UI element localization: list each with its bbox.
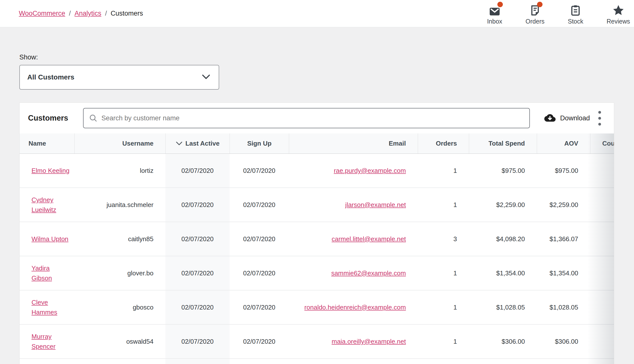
orders-cell: 1 <box>418 290 469 324</box>
download-button[interactable]: Download <box>544 114 590 122</box>
cloud-download-icon <box>544 114 556 122</box>
column-header-total-spend[interactable]: Total Spend <box>469 134 537 154</box>
activity-tab-label: Inbox <box>487 18 502 25</box>
last-active-cell: 02/07/2020 <box>165 325 230 358</box>
customer-email-link[interactable]: rae.purdy@example.com <box>334 166 406 176</box>
total-spend-cell: $4,098.20 <box>469 222 537 256</box>
last-active-cell: 02/07/2020 <box>165 154 230 188</box>
customer-email-link[interactable]: jlarson@example.net <box>345 200 406 210</box>
country-cell <box>590 154 614 188</box>
aov-cell: $306.00 <box>537 325 590 358</box>
column-header-name[interactable]: Name <box>20 134 74 154</box>
last-active-cell: 02/07/2020 <box>165 222 230 256</box>
dropdown-selected-value: All Customers <box>27 73 74 81</box>
sort-descending-icon <box>176 142 182 146</box>
last-active-cell: 02/07/2020 <box>165 290 230 324</box>
unread-badge <box>497 2 503 7</box>
customer-search-box[interactable] <box>83 108 530 128</box>
reviews-star-icon <box>612 4 624 16</box>
kebab-menu-button[interactable] <box>596 108 603 128</box>
column-header-country[interactable]: Country <box>590 134 614 154</box>
activity-tab-label: Reviews <box>607 18 630 25</box>
orders-cell: 1 <box>418 256 469 290</box>
activity-tab-stock[interactable]: Stock <box>568 4 583 25</box>
orders-cell: 1 <box>418 154 469 188</box>
aov-cell: $2,259.00 <box>537 188 590 222</box>
total-spend-cell: $2,259.00 <box>469 188 537 222</box>
breadcrumb: WooCommerce / Analytics / Customers <box>19 10 143 17</box>
customer-email-link[interactable]: ronaldo.heidenreich@example.com <box>304 302 406 312</box>
column-header-last-active[interactable]: Last Active <box>165 134 230 154</box>
sign-up-cell: 02/07/2020 <box>230 222 289 256</box>
activity-tab-reviews[interactable]: Reviews <box>607 4 630 25</box>
activity-tab-inbox[interactable]: Inbox <box>487 4 502 25</box>
total-spend-cell: $1,028.05 <box>469 290 537 324</box>
customer-email-link[interactable]: sammie62@example.com <box>331 268 406 278</box>
country-cell <box>590 290 614 324</box>
inbox-icon <box>489 4 500 16</box>
username-cell: juanita.schmeler <box>74 188 165 222</box>
search-icon <box>89 114 97 122</box>
total-spend-cell: $1,354.00 <box>469 256 537 290</box>
column-header-sign-up[interactable]: Sign Up <box>230 134 289 154</box>
table-row: Murray Spencer oswald54 02/07/2020 02/07… <box>20 325 614 359</box>
breadcrumb-link-analytics[interactable]: Analytics <box>75 10 101 17</box>
username-cell: glover.bo <box>74 256 165 290</box>
country-cell <box>590 256 614 290</box>
column-header-orders[interactable]: Orders <box>418 134 469 154</box>
search-input[interactable] <box>101 114 524 122</box>
customers-table: Name Username Last Active Sign Up Email … <box>20 134 614 364</box>
customer-filter-dropdown[interactable]: All Customers <box>19 65 219 90</box>
country-cell <box>590 325 614 358</box>
sign-up-cell: 02/07/2020 <box>230 290 289 324</box>
customer-name-link[interactable]: Wilma Upton <box>32 234 68 244</box>
customer-name-link[interactable]: Yadira Gibson <box>32 263 70 283</box>
unread-badge <box>537 2 542 7</box>
orders-cell: 1 <box>418 188 469 222</box>
activity-tab-orders[interactable]: Orders <box>526 4 544 25</box>
activity-tab-label: Stock <box>568 18 583 25</box>
orders-cell: 1 <box>418 325 469 358</box>
stock-icon <box>571 4 580 16</box>
table-header-row: Name Username Last Active Sign Up Email … <box>20 134 614 154</box>
username-cell: gbosco <box>74 290 165 324</box>
activity-tab-label: Orders <box>526 18 544 25</box>
orders-cell: 3 <box>418 222 469 256</box>
table-row: Wilma Upton caitlyn85 02/07/2020 02/07/2… <box>20 222 614 256</box>
breadcrumb-separator: / <box>69 10 71 17</box>
breadcrumb-link-woocommerce[interactable]: WooCommerce <box>19 10 65 17</box>
kebab-dot <box>598 111 601 114</box>
customer-name-link[interactable]: Cydney Lueilwitz <box>32 195 70 215</box>
column-header-email[interactable]: Email <box>289 134 418 154</box>
chevron-down-icon <box>202 74 210 80</box>
aov-cell: $1,366.07 <box>537 222 590 256</box>
sign-up-cell: 02/07/2020 <box>230 154 289 188</box>
username-cell: oswald54 <box>74 325 165 358</box>
username-cell: lortiz <box>74 154 165 188</box>
customer-name-link[interactable]: Cleve Hammes <box>32 298 70 318</box>
column-header-label: Last Active <box>185 140 220 147</box>
table-row: Yadira Gibson glover.bo 02/07/2020 02/07… <box>20 256 614 290</box>
download-label: Download <box>560 114 590 122</box>
breadcrumb-separator: / <box>105 10 107 17</box>
username-cell: caitlyn85 <box>74 222 165 256</box>
breadcrumb-current-page: Customers <box>111 10 143 17</box>
column-header-username[interactable]: Username <box>74 134 165 154</box>
customer-name-link[interactable]: Murray Spencer <box>32 332 70 352</box>
card-title: Customers <box>28 114 68 122</box>
table-row: Cleve Hammes gbosco 02/07/2020 02/07/202… <box>20 290 614 325</box>
column-header-aov[interactable]: AOV <box>537 134 590 154</box>
table-row: Elmo Keeling lortiz 02/07/2020 02/07/202… <box>20 154 614 188</box>
country-cell <box>590 188 614 222</box>
topbar: WooCommerce / Analytics / Customers Inbo… <box>0 0 634 27</box>
card-header: Customers Download <box>20 103 614 134</box>
customers-card: Customers Download Name Username <box>19 102 614 364</box>
sign-up-cell: 02/07/2020 <box>230 256 289 290</box>
table-row: Cydney Lueilwitz juanita.schmeler 02/07/… <box>20 188 614 222</box>
sign-up-cell: 02/07/2020 <box>230 325 289 358</box>
kebab-dot <box>598 117 601 120</box>
customer-email-link[interactable]: maia.oreilly@example.net <box>331 336 406 346</box>
country-cell <box>590 222 614 256</box>
customer-name-link[interactable]: Elmo Keeling <box>32 166 69 176</box>
customer-email-link[interactable]: carmel.littel@example.net <box>331 234 406 244</box>
